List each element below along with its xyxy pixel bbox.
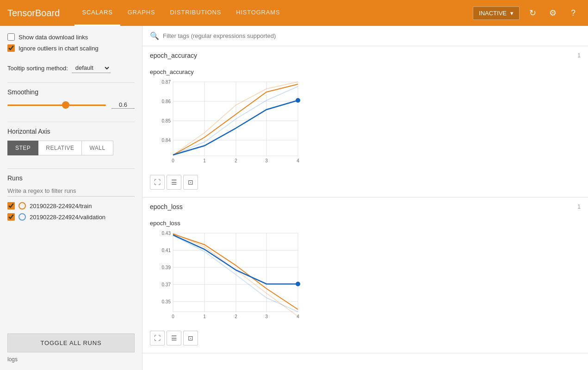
smoothing-value-input[interactable]: 0.6 [111,101,135,109]
nav-distributions[interactable]: DISTRIBUTIONS [162,0,229,26]
inactive-dropdown[interactable]: INACTIVE ▾ [473,6,520,20]
epoch-loss-count: 1 [577,204,581,210]
ignore-outliers-checkbox-row[interactable]: Ignore outliers in chart scaling [7,44,135,52]
nav-scalars[interactable]: SCALARS [74,0,120,26]
run-circle-train [19,202,26,210]
epoch-loss-svg: 0.43 0.41 0.39 0.37 0.35 0 1 2 3 4 [150,228,307,326]
epoch-loss-actions: ⛶ ☰ ⊡ [150,331,581,345]
svg-text:4: 4 [297,158,299,163]
smoothing-row: 0.6 [7,101,135,109]
svg-text:4: 4 [297,314,299,319]
axis-label: Horizontal Axis [7,128,135,135]
svg-text:1: 1 [203,314,206,319]
filter-bar: 🔍 [142,26,588,46]
smoothing-slider[interactable] [7,105,106,106]
epoch-loss-chart-title: epoch_loss [150,220,581,227]
sidebar: Show data download links Ignore outliers… [0,26,142,370]
search-icon: 🔍 [150,31,159,40]
epoch-accuracy-actions: ⛶ ☰ ⊡ [150,175,581,190]
expand-button-loss[interactable]: ⛶ [150,331,165,345]
content-area: 🔍 epoch_accuracy 1 epoch_accuracy [142,26,588,370]
show-download-label: Show data download links [19,34,88,41]
data-button-accuracy[interactable]: ☰ [167,175,181,190]
smoothing-label: Smoothing [7,88,135,96]
tooltip-select[interactable]: default [72,63,111,73]
epoch-accuracy-chart-container: epoch_accuracy [142,65,588,197]
epoch-loss-section: epoch_loss 1 epoch_loss [142,197,588,353]
nav-graphs[interactable]: GRAPHS [120,0,163,26]
settings-button[interactable]: ⚙ [545,6,560,20]
svg-text:1: 1 [203,158,206,163]
svg-text:3: 3 [265,314,268,319]
run-name-train: 20190228-224924/train [30,203,92,210]
runs-label: Runs [7,174,135,182]
tooltip-label: Tooltip sorting method: [7,65,68,72]
epoch-accuracy-section: epoch_accuracy 1 epoch_accuracy [142,46,588,197]
tooltip-row: Tooltip sorting method: default [7,63,135,73]
svg-text:0.39: 0.39 [162,265,171,270]
epoch-accuracy-svg-wrap: 0.87 0.86 0.85 0.84 0 1 2 3 4 [150,77,581,171]
runs-filter-input[interactable] [7,185,135,197]
show-download-checkbox-row[interactable]: Show data download links [7,33,135,41]
axis-relative-button[interactable]: RELATIVE [38,141,82,155]
disable-zoom-button-loss[interactable]: ⊡ [183,331,198,345]
chevron-down-icon: ▾ [510,10,514,17]
svg-point-19 [296,98,300,103]
svg-point-41 [296,282,300,286]
epoch-loss-title: epoch_loss [150,203,183,210]
svg-text:2: 2 [235,158,237,163]
svg-text:0: 0 [172,314,174,319]
run-item-validation[interactable]: 20190228-224924/validation [7,213,135,221]
run-checkbox-train[interactable] [7,202,15,210]
refresh-button[interactable]: ↻ [525,6,540,20]
svg-text:0: 0 [172,158,174,163]
run-checkbox-validation[interactable] [7,213,15,221]
expand-button-accuracy[interactable]: ⛶ [150,175,165,190]
run-item-train[interactable]: 20190228-224924/train [7,202,135,210]
svg-text:0.84: 0.84 [162,138,171,143]
header: TensorBoard SCALARS GRAPHS DISTRIBUTIONS… [0,0,588,26]
epoch-accuracy-count: 1 [577,52,581,59]
main-layout: Show data download links Ignore outliers… [0,26,588,370]
data-button-loss[interactable]: ☰ [167,331,181,345]
ignore-outliers-checkbox[interactable] [7,44,15,52]
divider-3 [7,168,135,169]
epoch-loss-svg-wrap: 0.43 0.41 0.39 0.37 0.35 0 1 2 3 4 [150,228,581,327]
smoothing-section: Smoothing 0.6 [7,88,135,109]
header-controls: INACTIVE ▾ ↻ ⚙ ? [473,6,581,20]
ignore-outliers-label: Ignore outliers in chart scaling [19,45,99,52]
divider-1 [7,82,135,83]
logs-label: logs [7,352,135,363]
axis-wall-button[interactable]: WALL [82,141,113,155]
epoch-accuracy-header[interactable]: epoch_accuracy 1 [142,46,588,65]
run-name-validation: 20190228-224924/validation [30,214,105,221]
disable-zoom-button-accuracy[interactable]: ⊡ [183,175,198,190]
svg-text:0.43: 0.43 [162,231,171,236]
svg-text:0.86: 0.86 [162,99,171,104]
epoch-loss-header[interactable]: epoch_loss 1 [142,197,588,216]
toggle-all-runs-button[interactable]: TOGGLE ALL RUNS [7,333,135,352]
epoch-loss-chart-container: epoch_loss [142,216,588,353]
svg-text:2: 2 [235,314,237,319]
svg-text:3: 3 [265,158,268,163]
run-circle-validation [19,213,26,221]
options-section: Show data download links Ignore outliers… [7,33,135,56]
epoch-accuracy-title: epoch_accuracy [150,52,197,59]
divider-2 [7,122,135,122]
epoch-accuracy-chart-title: epoch_accuracy [150,68,581,75]
axis-section: Horizontal Axis STEP RELATIVE WALL [7,128,135,155]
axis-buttons: STEP RELATIVE WALL [7,141,135,155]
svg-text:0.35: 0.35 [162,299,171,304]
logo: TensorBoard [7,8,60,18]
svg-text:0.41: 0.41 [162,248,171,253]
help-button[interactable]: ? [566,6,581,20]
show-download-checkbox[interactable] [7,33,15,41]
nav-histograms[interactable]: HISTOGRAMS [229,0,287,26]
main-nav: SCALARS GRAPHS DISTRIBUTIONS HISTOGRAMS [74,0,473,26]
svg-text:0.85: 0.85 [162,118,171,123]
svg-text:0.87: 0.87 [162,80,171,85]
filter-input[interactable] [163,32,581,39]
axis-step-button[interactable]: STEP [7,141,38,155]
epoch-accuracy-svg: 0.87 0.86 0.85 0.84 0 1 2 3 4 [150,77,307,170]
svg-text:0.37: 0.37 [162,282,171,287]
